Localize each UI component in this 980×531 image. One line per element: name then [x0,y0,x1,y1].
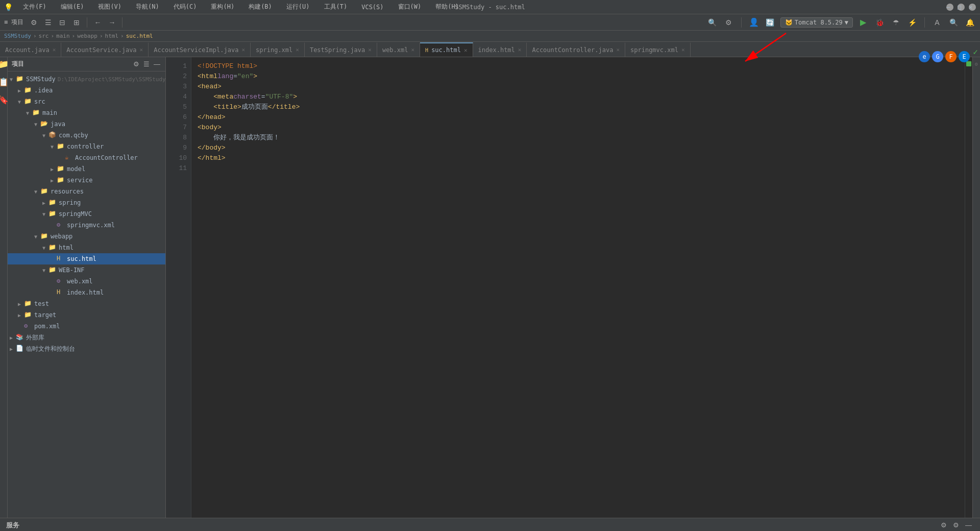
close-button[interactable]: ✕ [969,4,976,11]
tab-close-icon[interactable]: ✕ [140,46,143,53]
tree-html-folder[interactable]: ▼ 📁 html [8,242,165,253]
tree-suc-html[interactable]: H suc.html [8,253,165,264]
tab-accountcontroller-java[interactable]: AccountController.java ✕ [527,42,625,57]
tree-root[interactable]: ▼ 📁 SSMStudy D:\IDEAproject\SSMStudy\SSM… [8,74,165,85]
menu-run[interactable]: 运行(U) [282,2,314,12]
tree-temp-files[interactable]: ▶ 📄 临时文件和控制台 [8,343,165,354]
user-icon[interactable]: 👤 [748,16,760,29]
collapse-button[interactable]: ⊟ [56,16,68,29]
tab-web-xml[interactable]: web.xml ✕ [377,42,420,57]
update-button[interactable]: 🔄 [764,16,776,29]
menu-view[interactable]: 视图(V) [94,2,126,12]
menu-code[interactable]: 代码(C) [169,2,201,12]
tab-close-icon[interactable]: ✕ [241,46,245,53]
tree-web-xml[interactable]: ⚙ web.xml [8,276,165,287]
tab-springmvc-xml[interactable]: springmvc.xml ✕ [625,42,691,57]
folder-icon: 📁 [40,187,48,196]
breadcrumb-html[interactable]: html [105,33,119,39]
tab-close-icon[interactable]: ✕ [53,46,56,53]
run-config-selector[interactable]: 🐱 Tomcat 8.5.29 ▼ [780,17,853,28]
settings-button[interactable]: ⚙ [28,16,40,29]
breadcrumb-webapp[interactable]: webapp [77,33,97,39]
tab-accountservice-java[interactable]: AccountService.java ✕ [61,42,149,57]
notification-button[interactable]: 🔔 [964,16,976,29]
tree-test[interactable]: ▶ 📁 test [8,298,165,309]
tree-resources[interactable]: ▼ 📁 resources [8,186,165,197]
tab-close-icon[interactable]: ✕ [368,46,372,53]
search-button[interactable]: 🔍 [706,16,719,29]
tree-idea[interactable]: ▶ 📁 .idea [8,85,165,96]
firefox-browser-icon[interactable]: F [945,51,957,62]
left-sidebar: 📁 📋 🔖 [0,57,8,518]
tab-label: AccountService.java [66,46,136,54]
code-editor[interactable]: 1 2 3 4 5 6 7 8 9 10 11 <!DOCTYPE html> … [166,57,972,518]
tree-pom-xml[interactable]: ⚙ pom.xml [8,321,165,332]
menu-refactor[interactable]: 重构(H) [207,2,238,12]
tree-src[interactable]: ▼ 📁 src [8,96,165,107]
tab-close-icon[interactable]: ✕ [681,46,685,53]
tree-item-label: service [67,177,93,184]
tree-main[interactable]: ▼ 📁 main [8,107,165,118]
tab-close-icon[interactable]: ✕ [464,47,468,54]
tree-index-html[interactable]: H index.html [8,287,165,298]
menu-window[interactable]: 窗口(W) [394,2,426,12]
settings2-button[interactable]: ⚙ [723,16,735,29]
tab-close-icon[interactable]: ✕ [518,46,522,53]
ie-browser-icon[interactable]: e [919,51,930,62]
tree-accountcontroller[interactable]: ☕ AccountController [8,152,165,163]
breadcrumb-project[interactable]: SSMStudy [4,33,31,39]
tree-service[interactable]: ▶ 📁 service [8,175,165,186]
view-list-button[interactable]: ☰ [42,16,54,29]
tab-suc-html[interactable]: H suc.html ✕ [420,42,473,57]
tree-external-libs[interactable]: ▶ 📚 外部库 [8,332,165,343]
coverage-button[interactable]: ☂ [890,16,902,29]
tab-testspring-java[interactable]: TestSpring.java ✕ [305,42,377,57]
tree-springmvc[interactable]: ▼ 📁 springMVC [8,208,165,220]
profile-button[interactable]: ⚡ [906,16,918,29]
tree-java[interactable]: ▼ 📂 java [8,118,165,130]
code-content[interactable]: <!DOCTYPE html> <html lang = "en" > <hea… [191,57,965,518]
bottom-minimize-button[interactable]: — [963,520,974,530]
tree-webinf[interactable]: ▼ 📁 WEB-INF [8,264,165,276]
right-panel-icon[interactable]: ⚙ [974,61,979,67]
forward-button[interactable]: → [106,16,118,29]
tab-close-icon[interactable]: ✕ [616,46,620,53]
menu-navigate[interactable]: 导航(N) [132,2,163,12]
bottom-config-button[interactable]: ⚙ [951,520,961,530]
tab-index-html[interactable]: index.html ✕ [473,42,527,57]
menu-vcs[interactable]: VCS(S) [357,3,387,12]
debug-button[interactable]: 🐞 [873,16,886,29]
tree-webapp[interactable]: ▼ 📁 webapp [8,231,165,242]
minimize-button[interactable]: — [946,4,953,11]
maximize-button[interactable]: □ [958,4,965,11]
panel-collapse-button[interactable]: — [153,59,161,69]
tab-spring-xml[interactable]: spring.xml ✕ [251,42,305,57]
tab-account-java[interactable]: Account.java ✕ [0,42,61,57]
expand-button[interactable]: ⊞ [70,16,83,29]
run-button[interactable]: ▶ [857,16,869,29]
translate-button[interactable]: A [931,16,943,29]
tab-accountserviceimpl-java[interactable]: AccountServiceImpl.java ✕ [149,42,251,57]
breadcrumb-main[interactable]: main [56,33,70,39]
panel-list-button[interactable]: ☰ [142,59,151,69]
tree-package[interactable]: ▼ 📦 com.qcby [8,130,165,141]
back-button[interactable]: ← [91,16,104,29]
chrome-browser-icon[interactable]: G [932,51,943,62]
menu-build[interactable]: 构建(B) [244,2,276,12]
breadcrumb-file[interactable]: suc.html [126,33,153,39]
tree-spring[interactable]: ▶ 📁 spring [8,197,165,208]
tab-close-icon[interactable]: ✕ [411,46,414,53]
menu-edit[interactable]: 编辑(E) [57,2,88,12]
tab-close-icon[interactable]: ✕ [296,46,299,53]
breadcrumb-src[interactable]: src [39,33,49,39]
find-button[interactable]: 🔍 [947,16,960,29]
panel-settings-button[interactable]: ⚙ [132,59,140,69]
menu-tools[interactable]: 工具(T) [320,2,352,12]
tree-controller[interactable]: ▼ 📁 controller [8,141,165,152]
tree-target[interactable]: ▶ 📁 target [8,309,165,321]
tree-springmvc-xml[interactable]: ⚙ springmvc.xml [8,220,165,231]
bottom-settings-button[interactable]: ⚙ [939,520,949,530]
menu-file[interactable]: 文件(F) [19,2,51,12]
edge-browser-icon[interactable]: E [959,51,970,62]
tree-model[interactable]: ▶ 📁 model [8,163,165,175]
